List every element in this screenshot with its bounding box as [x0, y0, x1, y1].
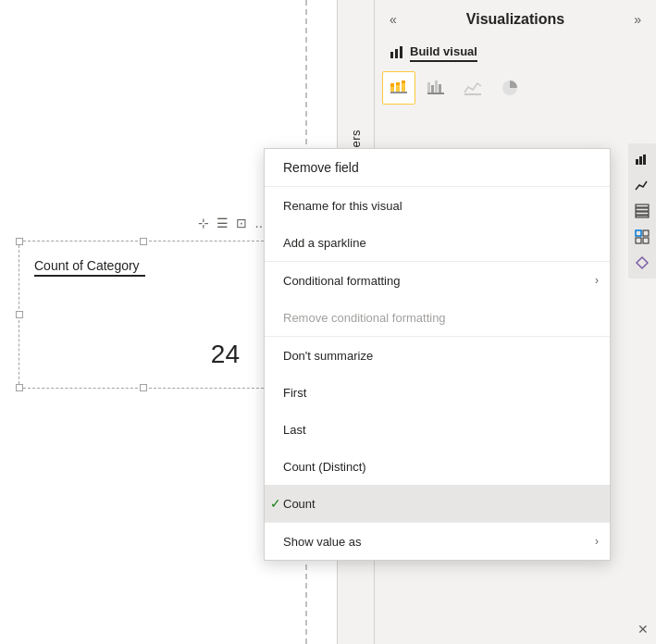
svg-rect-21	[636, 208, 649, 211]
conditional-fmt-arrow: ›	[595, 274, 599, 287]
menu-item-remove-field[interactable]: Remove field	[265, 149, 610, 187]
menu-item-first[interactable]: First	[265, 374, 610, 411]
menu-item-count-distinct-label: Count (Distinct)	[283, 460, 366, 474]
right-sidebar-icons	[628, 143, 656, 279]
svg-rect-24	[636, 230, 641, 236]
pin-icon[interactable]: ⊹	[198, 216, 209, 230]
menu-item-conditional-fmt-label: Conditional formatting	[283, 274, 400, 288]
svg-rect-25	[643, 230, 649, 236]
menu-item-show-value-as-label: Show value as	[283, 535, 362, 549]
menu-item-rename[interactable]: Rename for this visual	[265, 187, 610, 224]
resize-handle-tl[interactable]	[16, 238, 23, 245]
svg-rect-20	[636, 204, 649, 207]
svg-rect-11	[431, 85, 434, 93]
menu-item-dont-summarize[interactable]: Don't summarize	[265, 337, 610, 374]
viz-line-chart-btn[interactable]	[456, 71, 489, 105]
menu-item-count-label: Count	[283, 497, 316, 511]
menu-item-last-label: Last	[283, 423, 306, 437]
count-check-icon: ✓	[270, 496, 281, 511]
svg-rect-27	[643, 238, 649, 243]
resize-handle-bl[interactable]	[16, 384, 23, 391]
viz-clustered-bar-btn[interactable]	[419, 71, 452, 105]
svg-rect-6	[396, 82, 400, 85]
svg-rect-7	[402, 83, 405, 92]
resize-handle-tm[interactable]	[140, 238, 147, 245]
viz-icons-row	[375, 71, 656, 112]
svg-rect-26	[636, 238, 641, 243]
menu-item-show-value-as[interactable]: Show value as ›	[265, 523, 610, 560]
menu-item-count[interactable]: ✓ Count	[265, 485, 610, 522]
viz-collapse-left[interactable]: «	[390, 12, 397, 27]
menu-item-remove-conditional: Remove conditional formatting	[265, 299, 610, 336]
context-menu: Remove field Rename for this visual Add …	[264, 148, 611, 561]
svg-rect-0	[390, 52, 393, 58]
svg-rect-2	[400, 46, 402, 58]
sidebar-table-icon[interactable]	[630, 199, 654, 223]
sidebar-matrix-icon[interactable]	[630, 225, 654, 249]
build-visual-icon	[390, 44, 404, 62]
menu-item-rename-label: Rename for this visual	[283, 199, 402, 213]
visual-value: 24	[211, 340, 240, 369]
sidebar-bar-icon[interactable]	[630, 147, 654, 171]
svg-rect-12	[435, 80, 438, 93]
viz-panel-title: Visualizations	[466, 11, 564, 28]
svg-rect-13	[439, 84, 441, 93]
menu-item-sparkline-label: Add a sparkline	[283, 236, 366, 250]
resize-handle-ml[interactable]	[16, 311, 23, 318]
menu-item-conditional-fmt[interactable]: Conditional formatting ›	[265, 262, 610, 299]
show-value-as-arrow: ›	[595, 535, 599, 548]
viz-pie-chart-btn[interactable]	[493, 71, 526, 105]
svg-rect-19	[643, 155, 646, 165]
visual-card-toolbar: ⊹ ☰ ⊡ …	[198, 216, 267, 230]
sidebar-line-icon[interactable]	[630, 173, 654, 197]
resize-handle-bm[interactable]	[140, 384, 147, 391]
menu-item-count-distinct[interactable]: Count (Distinct)	[265, 448, 610, 485]
build-visual-label: Build visual	[410, 44, 477, 62]
viz-panel-header: « Visualizations »	[375, 0, 656, 39]
svg-rect-1	[395, 49, 398, 58]
expand-icon[interactable]: ⊡	[236, 216, 247, 230]
svg-rect-4	[390, 83, 394, 87]
viz-expand-right[interactable]: »	[634, 12, 641, 27]
menu-item-last[interactable]: Last	[265, 411, 610, 448]
sidebar-diamond-icon[interactable]	[630, 251, 654, 275]
menu-item-dont-summarize-label: Don't summarize	[283, 349, 373, 363]
svg-rect-10	[427, 82, 430, 93]
menu-item-remove-field-label: Remove field	[283, 160, 359, 175]
menu-item-sparkline[interactable]: Add a sparkline	[265, 224, 610, 261]
filter-icon[interactable]: ☰	[217, 216, 229, 230]
panel-close-button[interactable]: ✕	[637, 622, 649, 637]
svg-rect-8	[402, 80, 405, 83]
svg-rect-17	[636, 159, 638, 165]
build-visual-tab[interactable]: Build visual	[375, 39, 656, 71]
svg-rect-22	[636, 212, 649, 215]
menu-item-remove-conditional-label: Remove conditional formatting	[283, 311, 446, 325]
visual-title: Count of Category	[34, 258, 140, 273]
svg-rect-3	[390, 87, 394, 92]
svg-rect-23	[636, 216, 649, 217]
visual-underline	[34, 275, 145, 277]
viz-stacked-bar-btn[interactable]	[382, 71, 415, 105]
svg-rect-18	[639, 156, 642, 165]
visual-card[interactable]: ⊹ ☰ ⊡ … Count of Category 24	[19, 241, 268, 389]
menu-item-first-label: First	[283, 386, 306, 400]
svg-rect-5	[396, 85, 400, 92]
